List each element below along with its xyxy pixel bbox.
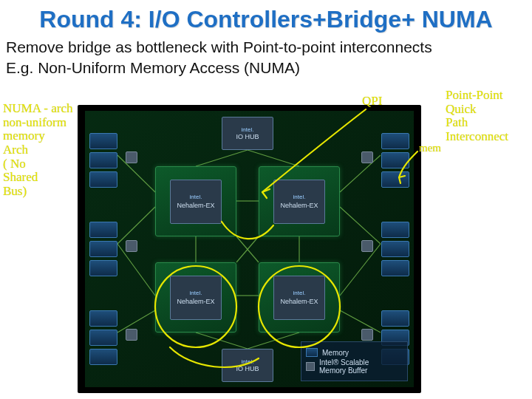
- chip-label: Nehalem-EX: [177, 298, 214, 305]
- chip-label: Nehalem-EX: [280, 298, 318, 305]
- svg-line-0: [196, 150, 248, 166]
- memory-chip: [89, 330, 117, 346]
- memory-chip: [381, 260, 409, 276]
- chip-brand: intel.: [293, 290, 306, 296]
- memory-chip: [381, 171, 409, 188]
- memory-chip: [89, 349, 117, 365]
- chip-brand: intel.: [190, 194, 202, 200]
- svg-line-7: [236, 236, 259, 262]
- architecture-diagram: intel. IO HUB intel. IO HUB intel. Nehal…: [78, 105, 421, 393]
- memory-chip: [89, 241, 117, 257]
- svg-line-8: [196, 332, 248, 349]
- memory-column: [89, 222, 117, 276]
- legend-row-memory: Memory: [306, 348, 403, 357]
- cpu-die: intel. Nehalem-EX: [170, 180, 222, 224]
- annotation-qpi: QPI: [362, 95, 382, 109]
- chip-brand: intel.: [190, 290, 202, 296]
- legend-label-memory: Memory: [322, 349, 349, 357]
- cpu-die: intel. Nehalem-EX: [273, 180, 325, 224]
- svg-line-1: [248, 150, 299, 166]
- cpu-die: intel. Nehalem-EX: [170, 276, 222, 320]
- memory-buffer-chip: [126, 151, 137, 163]
- memory-buffer-chip: [361, 151, 373, 163]
- svg-line-14: [340, 155, 381, 192]
- cpu-socket: intel. Nehalem-EX: [259, 262, 340, 332]
- memory-buffer-chip: [126, 240, 137, 252]
- memory-column: [381, 133, 409, 188]
- legend-swatch-buffer: [306, 362, 315, 371]
- svg-line-6: [236, 236, 259, 262]
- svg-line-16: [340, 244, 381, 296]
- memory-chip: [89, 152, 117, 168]
- memory-chip: [381, 152, 409, 168]
- io-hub-top: intel. IO HUB: [222, 117, 273, 150]
- annotation-point-point-right: Point-Point Quick Path Interconnect: [446, 89, 508, 144]
- chip-brand: intel.: [293, 194, 306, 200]
- chip-label: IO HUB: [236, 133, 259, 140]
- io-hub-bottom: intel. IO HUB: [222, 349, 273, 382]
- legend-box: Memory Intel® Scalable Memory Buffer: [301, 341, 408, 381]
- annotation-mem: mem: [419, 142, 441, 154]
- memory-column: [89, 133, 117, 188]
- cpu-socket: intel. Nehalem-EX: [155, 262, 236, 332]
- legend-swatch-memory: [306, 348, 318, 357]
- cpu-socket: intel. Nehalem-EX: [259, 166, 340, 236]
- subtitle-line-2: E.g. Non-Uniform Memory Access (NUMA): [0, 57, 532, 78]
- svg-line-17: [340, 310, 381, 332]
- memory-buffer-chip: [126, 329, 137, 341]
- annotation-numa-left: NUMA - arch non-uniform memory Arch ( No…: [3, 102, 72, 199]
- memory-chip: [381, 133, 409, 149]
- memory-column: [381, 222, 409, 276]
- svg-line-11: [117, 207, 155, 244]
- memory-chip: [381, 241, 409, 257]
- memory-chip: [381, 310, 409, 327]
- memory-chip: [89, 222, 117, 238]
- legend-label-buffer: Intel® Scalable Memory Buffer: [319, 358, 369, 375]
- cpu-die: intel. Nehalem-EX: [273, 276, 325, 320]
- chip-label: Nehalem-EX: [177, 202, 214, 209]
- chip-brand: intel.: [242, 358, 254, 365]
- memory-chip: [89, 260, 117, 276]
- slide-title: Round 4: I/O Controllers+Bridge+ NUMA: [0, 0, 532, 36]
- legend-row-buffer: Intel® Scalable Memory Buffer: [306, 358, 403, 375]
- memory-buffer-chip: [361, 240, 373, 252]
- chip-label: IO HUB: [236, 365, 259, 372]
- subtitle-line-1: Remove bridge as bottleneck with Point-t…: [0, 36, 532, 57]
- memory-chip: [89, 133, 117, 149]
- memory-chip: [89, 171, 117, 188]
- memory-chip: [89, 310, 117, 327]
- memory-column: [89, 310, 117, 365]
- memory-buffer-chip: [361, 329, 373, 341]
- cpu-socket: intel. Nehalem-EX: [155, 166, 236, 236]
- svg-line-15: [340, 207, 381, 244]
- chip-label: Nehalem-EX: [280, 202, 318, 209]
- svg-line-9: [248, 332, 299, 349]
- memory-chip: [381, 222, 409, 238]
- diagram-board: intel. IO HUB intel. IO HUB intel. Nehal…: [85, 111, 414, 387]
- chip-brand: intel.: [242, 126, 254, 133]
